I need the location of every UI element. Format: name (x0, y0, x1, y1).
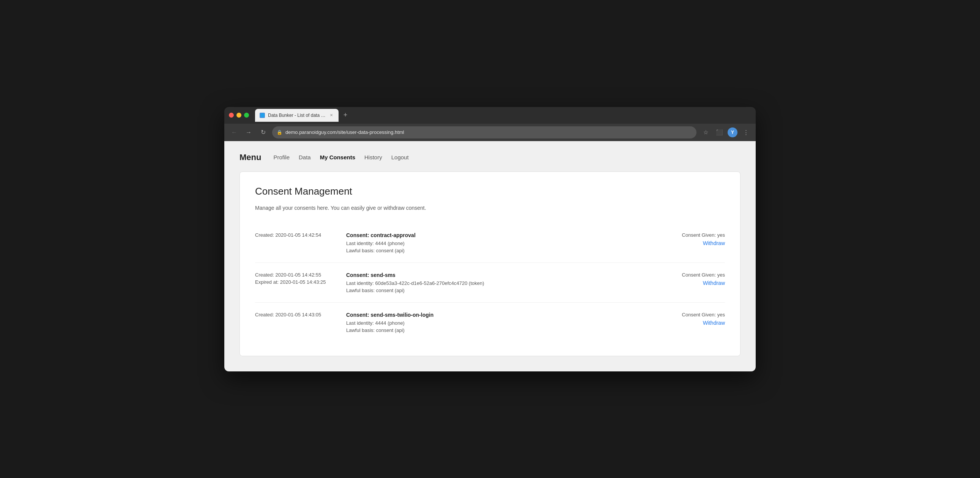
url-text: demo.paranoidguy.com/site/user-data-proc… (285, 129, 404, 135)
consent-actions-2: Consent Given: yes Withdraw (649, 272, 725, 293)
consent-basis-3: Lawful basis: consent (api) (346, 327, 641, 333)
consent-created-1: Created: 2020-01-05 14:42:54 (255, 232, 339, 238)
consent-name-2: Consent: send-sms (346, 272, 641, 278)
consent-details-3: Consent: send-sms-twilio-on-login Last i… (346, 312, 641, 333)
consent-list: Created: 2020-01-05 14:42:54 Consent: co… (255, 223, 725, 342)
back-button[interactable]: ← (229, 127, 240, 138)
consent-item: Created: 2020-01-05 14:43:05 Consent: se… (255, 302, 725, 342)
nav-item-logout[interactable]: Logout (391, 154, 409, 160)
tab-title: Data Bunker - List of data proce… (268, 113, 326, 118)
nav-item-data[interactable]: Data (299, 154, 311, 160)
consent-meta-3: Created: 2020-01-05 14:43:05 (255, 312, 339, 333)
consent-status-3: Consent Given: yes (682, 312, 725, 318)
page-description: Manage all your consents here. You can e… (255, 205, 725, 211)
forward-button[interactable]: → (243, 127, 254, 138)
tab-close-button[interactable]: ✕ (329, 113, 334, 118)
consent-actions-3: Consent Given: yes Withdraw (649, 312, 725, 333)
withdraw-button-2[interactable]: Withdraw (703, 280, 725, 286)
consent-item: Created: 2020-01-05 14:42:54 Consent: co… (255, 223, 725, 262)
nav-item-profile[interactable]: Profile (273, 154, 290, 160)
consent-status-1: Consent Given: yes (682, 232, 725, 238)
consent-actions-1: Consent Given: yes Withdraw (649, 232, 725, 253)
nav-brand: Menu (240, 152, 261, 162)
nav-item-history[interactable]: History (364, 154, 382, 160)
close-button[interactable] (229, 113, 234, 118)
consent-expired-2: Expired at: 2020-01-05 14:43:25 (255, 279, 339, 285)
lock-icon: 🔒 (277, 130, 282, 135)
maximize-button[interactable] (244, 113, 249, 118)
consent-item: Created: 2020-01-05 14:42:55 Expired at:… (255, 262, 725, 302)
new-tab-button[interactable]: + (340, 110, 351, 121)
consent-meta-2: Created: 2020-01-05 14:42:55 Expired at:… (255, 272, 339, 293)
consent-basis-2: Lawful basis: consent (api) (346, 287, 641, 293)
consent-meta-1: Created: 2020-01-05 14:42:54 (255, 232, 339, 253)
page-title: Consent Management (255, 186, 725, 197)
url-bar[interactable]: 🔒 demo.paranoidguy.com/site/user-data-pr… (272, 126, 697, 138)
consent-status-2: Consent Given: yes (682, 272, 725, 278)
consent-name-3: Consent: send-sms-twilio-on-login (346, 312, 641, 318)
menu-button[interactable]: ⋮ (740, 127, 751, 138)
consent-basis-1: Lawful basis: consent (api) (346, 248, 641, 253)
bookmark-button[interactable]: ☆ (700, 127, 711, 138)
consent-identity-2: Last identity: 60de53a3-422c-d1e6-52a6-2… (346, 280, 641, 286)
url-display: demo.paranoidguy.com/site/user-data-proc… (285, 129, 404, 135)
active-tab[interactable]: 🌐 Data Bunker - List of data proce… ✕ (255, 109, 339, 122)
consent-details-2: Consent: send-sms Last identity: 60de53a… (346, 272, 641, 293)
page-content: Menu Profile Data My Consents History Lo… (224, 141, 756, 372)
consent-created-2: Created: 2020-01-05 14:42:55 (255, 272, 339, 278)
extensions-button[interactable]: ⬛ (714, 127, 725, 138)
tab-favicon: 🌐 (259, 113, 265, 118)
tab-bar: 🌐 Data Bunker - List of data proce… ✕ + (255, 109, 751, 122)
withdraw-button-1[interactable]: Withdraw (703, 240, 725, 246)
address-bar: ← → ↻ 🔒 demo.paranoidguy.com/site/user-d… (224, 124, 756, 141)
nav-menu: Menu Profile Data My Consents History Lo… (240, 152, 740, 162)
consent-details-1: Consent: contract-approval Last identity… (346, 232, 641, 253)
consent-name-1: Consent: contract-approval (346, 232, 641, 238)
withdraw-button-3[interactable]: Withdraw (703, 320, 725, 326)
minimize-button[interactable] (237, 113, 242, 118)
consent-identity-3: Last identity: 4444 (phone) (346, 320, 641, 326)
browser-window: 🌐 Data Bunker - List of data proce… ✕ + … (224, 107, 756, 372)
nav-item-my-consents[interactable]: My Consents (320, 154, 355, 160)
consent-created-3: Created: 2020-01-05 14:43:05 (255, 312, 339, 318)
main-card: Consent Management Manage all your conse… (240, 172, 740, 356)
consent-identity-1: Last identity: 4444 (phone) (346, 240, 641, 246)
profile-avatar[interactable]: Y (728, 127, 737, 137)
traffic-lights (229, 113, 249, 118)
title-bar: 🌐 Data Bunker - List of data proce… ✕ + (224, 107, 756, 124)
browser-actions: ☆ ⬛ Y ⋮ (700, 127, 751, 138)
reload-button[interactable]: ↻ (258, 127, 268, 138)
